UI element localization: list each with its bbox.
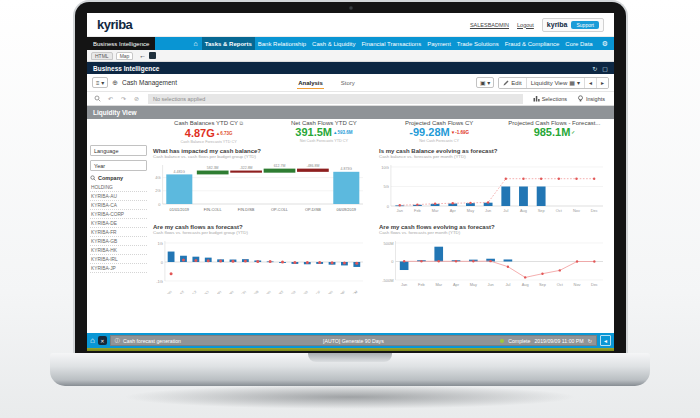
clear-selections-icon[interactable]: ⊘ xyxy=(131,94,142,104)
close-icon[interactable]: ✕ xyxy=(98,336,107,345)
bookmark-button[interactable]: ▣ ▾ xyxy=(476,77,494,88)
company-item[interactable]: KYRIBA-IRL xyxy=(90,255,147,264)
svg-text:5G: 5G xyxy=(384,184,389,189)
back-arrow-icon[interactable]: ← xyxy=(139,52,146,59)
sheet-selector[interactable]: Liquidity View ▦ ▾ xyxy=(526,78,584,88)
svg-text:612.7M: 612.7M xyxy=(274,164,286,168)
kpi-projected-cash-flows[interactable]: Projected Cash Flows CY -99.28M▼-1.69G N… xyxy=(382,120,497,150)
svg-text:4FI: 4FI xyxy=(216,290,222,294)
kpi-projected-forecast[interactable]: Projected Cash Flows - Forecast... 985.1… xyxy=(497,120,612,150)
svg-text:May: May xyxy=(467,208,474,213)
company-item[interactable]: KYRIBA-GB xyxy=(90,237,147,246)
info-icon[interactable]: ⓘ xyxy=(115,337,120,344)
top-bar: kyriba SALESBADMIN Logout kyriba Support xyxy=(87,13,614,37)
year-filter[interactable]: Year xyxy=(90,160,147,171)
kpi-sub: Cash Balance Forecasts YTD CY xyxy=(151,140,266,144)
nav-item-tasks-reports[interactable]: Tasks & Reports xyxy=(202,37,255,50)
kpi-net-cash-flows[interactable]: Net Cash Flows YTD CY 391.5M▲593.6M Net … xyxy=(266,120,381,150)
svg-text:Mar: Mar xyxy=(432,208,439,213)
prev-sheet-button[interactable]: ◂ xyxy=(584,78,596,88)
undo-icon[interactable]: ↶ xyxy=(105,94,116,104)
collapse-button[interactable]: ◄ xyxy=(600,335,611,346)
nav-item-financial-transactions[interactable]: Financial Transactions xyxy=(358,37,424,50)
svg-text:01/01/2019: 01/01/2019 xyxy=(170,207,189,212)
chart-plot[interactable]: 05G10GJanFebMarAprMayJunJulAugSepOctNovD… xyxy=(379,160,607,214)
open-link-icon[interactable]: ⧉ xyxy=(240,120,244,126)
tab-map[interactable]: Map xyxy=(116,52,134,60)
budget-group-bar-chart[interactable]: Are my cash flows as forecast? Cash flow… xyxy=(153,224,367,294)
svg-text:3FI: 3FI xyxy=(327,290,333,294)
settings-gear-icon[interactable]: ⚙ xyxy=(596,37,614,50)
svg-text:4.481G: 4.481G xyxy=(174,170,186,174)
company-filter-label: Company xyxy=(98,175,123,181)
redo-icon[interactable]: ↷ xyxy=(118,94,129,104)
refresh-icon[interactable]: ↻ xyxy=(592,65,597,72)
company-item[interactable]: KYRIBA-AU xyxy=(90,192,147,201)
bar-chart-icon xyxy=(533,95,540,102)
status-bar: ⌂ ✕ ⓘ Cash forecast generation [AUTO] Ge… xyxy=(87,333,614,348)
svg-text:Oct: Oct xyxy=(556,208,563,213)
svg-text:Dec: Dec xyxy=(591,282,598,287)
tab-html[interactable]: HTML xyxy=(91,52,113,60)
company-item[interactable]: KYRIBA-CA xyxy=(90,201,147,210)
selections-tool[interactable]: Selections xyxy=(529,95,571,102)
nav-item-payment[interactable]: Payment xyxy=(424,37,454,50)
selections-message: No selections applied xyxy=(148,94,523,104)
svg-text:10G: 10G xyxy=(381,165,389,170)
svg-text:300B: 300B xyxy=(251,289,260,294)
svg-text:-322.8M: -322.8M xyxy=(240,166,253,170)
home-icon[interactable]: ⌂ xyxy=(190,37,202,50)
status-timestamp: 2019/09/09 11:00 PM xyxy=(534,338,583,344)
svg-text:3MF: 3MF xyxy=(339,290,347,294)
brand-box: kyriba Support xyxy=(542,18,604,32)
language-filter[interactable]: Language xyxy=(90,145,147,156)
support-button[interactable]: Support xyxy=(571,21,599,29)
search-icon[interactable] xyxy=(90,175,96,181)
nav-item-trade-solutions[interactable]: Trade Solutions xyxy=(454,37,502,50)
nav-item-core-data[interactable]: Core Data xyxy=(562,37,595,50)
top-right-cluster: SALESBADMIN Logout kyriba Support xyxy=(470,18,604,32)
chart-plot[interactable]: -500M0500MJanFebMarAprMayJunJulAugSepOct… xyxy=(379,236,607,288)
svg-text:Jan: Jan xyxy=(401,282,407,287)
nav-item-bank-relationship[interactable]: Bank Relationship xyxy=(255,37,309,50)
svg-text:Jul: Jul xyxy=(503,208,508,213)
nav-item-cash-liquidity[interactable]: Cash & Liquidity xyxy=(309,37,358,50)
company-item[interactable]: KYRIBA-JP xyxy=(90,264,147,273)
refresh-icon[interactable]: ↻ xyxy=(588,338,592,344)
svg-text:100I: 100I xyxy=(301,290,309,294)
home-icon[interactable]: ⌂ xyxy=(90,336,95,345)
company-item[interactable]: KYRIBA-HK xyxy=(90,246,147,255)
kpi-delta-3: ✓ xyxy=(571,130,575,135)
window-icon[interactable] xyxy=(149,52,156,59)
sub-nav: HTML Map ← xyxy=(87,50,614,62)
tab-story[interactable]: Story xyxy=(340,77,356,89)
search-icon[interactable] xyxy=(92,94,103,104)
logout-link[interactable]: Logout xyxy=(517,22,534,28)
webcam xyxy=(349,6,353,10)
company-item[interactable]: HOLDING xyxy=(90,183,147,192)
svg-text:582.3M: 582.3M xyxy=(207,166,219,170)
nav-item-fraud-compliance[interactable]: Fraud & Compliance xyxy=(502,37,563,50)
kpi-value-1: 391.5M xyxy=(295,126,332,138)
insights-tool[interactable]: Insights xyxy=(573,95,609,102)
company-item[interactable]: KYRIBA-FR xyxy=(90,228,147,237)
lightbulb-icon xyxy=(577,95,584,102)
app-menu-button[interactable]: ≡ ▾ xyxy=(92,77,108,88)
edit-button[interactable]: Edit xyxy=(499,78,525,88)
kpi-cash-balances[interactable]: Cash Balances YTD CY ⧉ 4.87G▲6.73G Cash … xyxy=(151,120,266,150)
chart-plot[interactable]: -1G01G100FI300FXFOREX400CI4FI13FI4CFI300… xyxy=(153,236,367,294)
balance-monthly-chart[interactable]: Is my cash Balance evolving as forecast?… xyxy=(379,148,607,214)
chart-plot[interactable]: 02G4G4.481G01/01/2019582.3MFIN-COLL-322.… xyxy=(153,160,367,212)
svg-text:Nov: Nov xyxy=(574,282,581,287)
chart-subtitle: Cash flows vs. forecasts per month (YTD) xyxy=(379,230,607,235)
fullscreen-icon[interactable]: ▢ xyxy=(602,65,608,72)
tab-analysis[interactable]: Analysis xyxy=(297,77,324,89)
next-sheet-button[interactable]: ▸ xyxy=(596,78,608,88)
company-item[interactable]: KYRIBA-CORP xyxy=(90,210,147,219)
globe-icon: ⊕ xyxy=(112,79,118,87)
flows-monthly-chart[interactable]: Are my cash flows evolving as forecast? … xyxy=(379,224,607,288)
page-background: kyriba SALESBADMIN Logout kyriba Support… xyxy=(0,0,700,418)
company-item[interactable]: KYRIBA-DE xyxy=(90,219,147,228)
waterfall-chart[interactable]: What has impacted my cash balance? Cash … xyxy=(153,148,367,212)
user-menu[interactable]: SALESBADMIN xyxy=(470,22,509,28)
